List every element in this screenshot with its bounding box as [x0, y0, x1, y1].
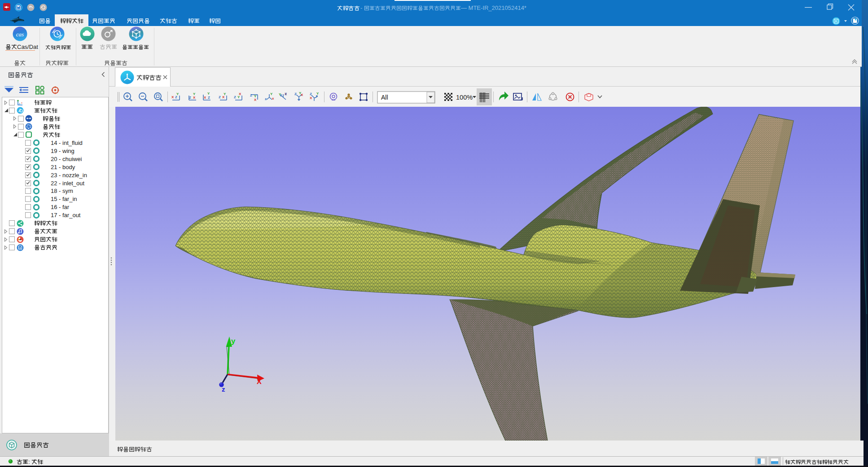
- svg-text:Z: Z: [285, 92, 287, 96]
- svg-text:Z: Z: [189, 96, 191, 100]
- svg-text:z: z: [222, 385, 225, 393]
- svg-text:Z: Z: [234, 95, 236, 99]
- svg-text:z: z: [265, 97, 267, 101]
- svg-text:Z: Z: [208, 96, 210, 100]
- svg-text:Y: Y: [237, 95, 240, 99]
- svg-text:Y: Y: [270, 92, 273, 96]
- svg-text:y: y: [231, 337, 236, 345]
- svg-text:X: X: [301, 93, 303, 97]
- svg-text:Z: Z: [294, 92, 297, 96]
- svg-text:z: z: [19, 102, 20, 105]
- svg-text:Z: Z: [219, 95, 221, 99]
- svg-text:Z: Z: [175, 95, 177, 99]
- svg-text:Z: Z: [310, 92, 312, 96]
- svg-text:X: X: [193, 96, 196, 100]
- svg-text:Y: Y: [207, 92, 210, 96]
- svg-text:All: All: [381, 94, 388, 101]
- svg-text:cas: cas: [16, 31, 24, 38]
- svg-text:Z: Z: [250, 93, 252, 97]
- svg-text:X: X: [310, 96, 312, 100]
- svg-text:X: X: [257, 378, 262, 385]
- svg-text:Y: Y: [279, 92, 281, 96]
- svg-text:X: X: [254, 98, 257, 102]
- svg-text:X: X: [222, 95, 225, 99]
- svg-text:100%: 100%: [456, 94, 473, 101]
- svg-text:X: X: [171, 95, 174, 99]
- svg-text:x: x: [21, 101, 22, 104]
- svg-text:Y: Y: [316, 92, 319, 96]
- svg-text:X: X: [204, 96, 206, 100]
- svg-text:x: x: [272, 96, 274, 100]
